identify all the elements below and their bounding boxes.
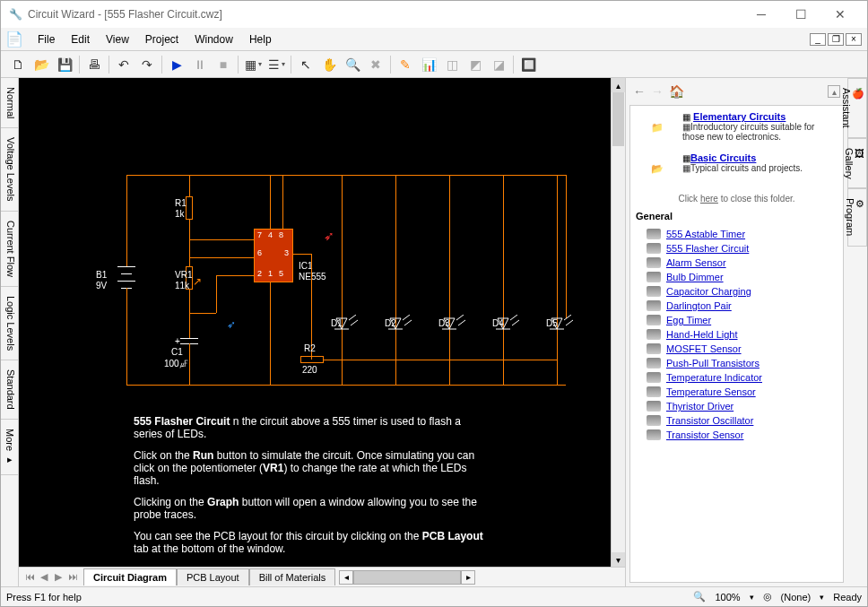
close-folder-link[interactable]: Click here to close this folder. <box>636 194 838 204</box>
circuit-item[interactable]: Transistor Sensor <box>636 428 838 442</box>
layer-icon[interactable]: ◎ <box>763 591 772 603</box>
panel-up-icon[interactable]: ▴ <box>828 85 840 98</box>
chip-icon <box>647 386 661 397</box>
sidetab-current[interactable]: Current Flow <box>1 212 18 287</box>
parts-dropdown[interactable]: ☰ <box>265 54 287 75</box>
pointer-icon[interactable]: ↖ <box>295 54 317 75</box>
mdi-minimize[interactable]: _ <box>810 33 826 46</box>
circuit-item[interactable]: Thyristor Driver <box>636 399 838 413</box>
graph-icon[interactable]: 📊 <box>418 54 439 75</box>
circuit-item[interactable]: Darlington Pair <box>636 299 838 313</box>
sidetab-standard[interactable]: Standard <box>1 360 18 420</box>
chip-dropdown[interactable]: ▦ <box>242 54 264 75</box>
undo-icon[interactable]: ↶ <box>113 54 135 75</box>
circuit-link[interactable]: Transistor Oscillator <box>666 415 753 426</box>
circuit-item[interactable]: 555 Flasher Circuit <box>636 241 838 256</box>
close-button[interactable]: ✕ <box>820 2 860 27</box>
r2-name: R2 <box>304 343 316 353</box>
circuit-link[interactable]: Bulb Dimmer <box>666 272 724 282</box>
nav-back-icon[interactable]: ← <box>633 84 646 99</box>
print-icon[interactable]: 🖶 <box>83 54 105 75</box>
circuit-link[interactable]: 555 Astable Timer <box>666 229 745 239</box>
tab-first[interactable]: ⏮ <box>22 571 37 583</box>
circuit-link[interactable]: Thyristor Driver <box>666 401 733 412</box>
circuit-item[interactable]: 555 Astable Timer <box>636 227 838 241</box>
sidetab-voltage[interactable]: Voltage Levels <box>1 128 18 212</box>
circuit-link[interactable]: Alarm Sensor <box>666 257 726 268</box>
sidetab-assistant[interactable]: 🍎Assistant <box>847 78 867 138</box>
circuit-item[interactable]: Temperature Indicator <box>636 370 838 385</box>
sidetab-normal[interactable]: Normal <box>1 78 18 128</box>
circuit-item[interactable]: Transistor Oscillator <box>636 413 838 428</box>
nav-fwd-icon[interactable]: → <box>651 84 664 99</box>
stop-icon[interactable]: ■ <box>213 54 234 75</box>
circuit-item[interactable]: MOSFET Sensor <box>636 342 838 356</box>
tab-prev[interactable]: ◀ <box>37 571 51 583</box>
circuit-link[interactable]: MOSFET Sensor <box>666 343 742 354</box>
maximize-button[interactable]: ☐ <box>781 2 820 27</box>
circuit-link[interactable]: Push-Pull Transistors <box>666 358 760 369</box>
circuit-link[interactable]: Hand-Held Light <box>666 329 738 340</box>
circuit-link[interactable]: Capacitor Charging <box>666 286 751 297</box>
menu-file[interactable]: File <box>30 30 63 48</box>
tab-bom[interactable]: Bill of Materials <box>249 568 336 585</box>
menu-edit[interactable]: Edit <box>63 30 98 48</box>
menu-help[interactable]: Help <box>241 30 280 48</box>
save-icon[interactable]: 💾 <box>54 54 75 75</box>
sidetab-gallery[interactable]: 🖼Gallery <box>847 138 867 189</box>
sidetab-logic[interactable]: Logic Levels <box>1 287 18 360</box>
circuit-item[interactable]: Push-Pull Transistors <box>636 356 838 370</box>
intro-3: Clicking on the Graph button will open a… <box>134 496 492 521</box>
probe-icon[interactable]: ✎ <box>395 54 416 75</box>
mdi-restore[interactable]: ❐ <box>828 33 844 46</box>
circuit-link[interactable]: Transistor Sensor <box>666 429 743 440</box>
convert-icon[interactable]: 🔲 <box>517 54 539 75</box>
pause-icon[interactable]: ⏸ <box>189 54 211 75</box>
circuit-item[interactable]: Egg Timer <box>636 313 838 327</box>
tab-next[interactable]: ▶ <box>51 571 65 583</box>
sidetab-more[interactable]: More ▸ <box>1 420 18 475</box>
tool4-icon[interactable]: ◩ <box>464 54 486 75</box>
run-icon[interactable]: ▶ <box>166 54 187 75</box>
menu-view[interactable]: View <box>98 30 137 48</box>
circuit-link[interactable]: Egg Timer <box>666 315 711 325</box>
circuit-item[interactable]: Temperature Sensor <box>636 385 838 399</box>
pin3: 3 <box>284 248 289 257</box>
circuit-link[interactable]: Darlington Pair <box>666 300 732 311</box>
tab-last[interactable]: ⏭ <box>65 571 80 583</box>
new-icon[interactable]: 🗋 <box>7 54 29 75</box>
tool3-icon[interactable]: ◫ <box>441 54 463 75</box>
zoom-icon[interactable]: 🔍 <box>693 591 706 603</box>
redo-icon[interactable]: ↷ <box>136 54 158 75</box>
open-icon[interactable]: 📂 <box>30 54 52 75</box>
sidetab-program[interactable]: ⚙Program <box>847 188 867 246</box>
tab-pcb[interactable]: PCB Layout <box>177 568 249 585</box>
r2-val: 220 <box>302 365 317 375</box>
circuit-link[interactable]: Temperature Sensor <box>666 386 756 397</box>
schematic-canvas[interactable]: B1 9V R1 1k <box>19 78 625 567</box>
menu-project[interactable]: Project <box>137 30 187 48</box>
minimize-button[interactable]: ─ <box>742 2 781 27</box>
delete-icon[interactable]: ✖ <box>365 54 386 75</box>
tab-circuit[interactable]: Circuit Diagram <box>83 568 177 585</box>
circuit-item[interactable]: Bulb Dimmer <box>636 270 838 284</box>
circuit-item[interactable]: Capacitor Charging <box>636 284 838 299</box>
circuit-link[interactable]: 555 Flasher Circuit <box>666 243 749 254</box>
circuit-item[interactable]: Alarm Sensor <box>636 256 838 270</box>
mdi-close[interactable]: × <box>846 33 862 46</box>
circuit-item[interactable]: Hand-Held Light <box>636 327 838 342</box>
canvas-vscroll[interactable]: ▴ ▾ <box>611 78 625 567</box>
chip-icon <box>647 429 661 440</box>
nav-home-icon[interactable]: 🏠 <box>669 84 684 99</box>
tool5-icon[interactable]: ◪ <box>488 54 509 75</box>
chip-icon <box>647 372 661 383</box>
folder-elementary[interactable]: 📁 ▦ Elementary Circuits ▦Introductory ci… <box>636 111 838 143</box>
doc-icon: 📄 <box>6 31 22 48</box>
canvas-hscroll[interactable]: ◂▸ <box>339 570 475 585</box>
folder-basic[interactable]: 📂 ▦Basic Circuits ▦Typical circuits and … <box>636 152 838 185</box>
zoom-icon[interactable]: 🔍 <box>342 54 363 75</box>
pan-icon[interactable]: ✋ <box>318 54 340 75</box>
d1: D1 <box>331 318 343 328</box>
circuit-link[interactable]: Temperature Indicator <box>666 372 762 383</box>
menu-window[interactable]: Window <box>187 30 241 48</box>
